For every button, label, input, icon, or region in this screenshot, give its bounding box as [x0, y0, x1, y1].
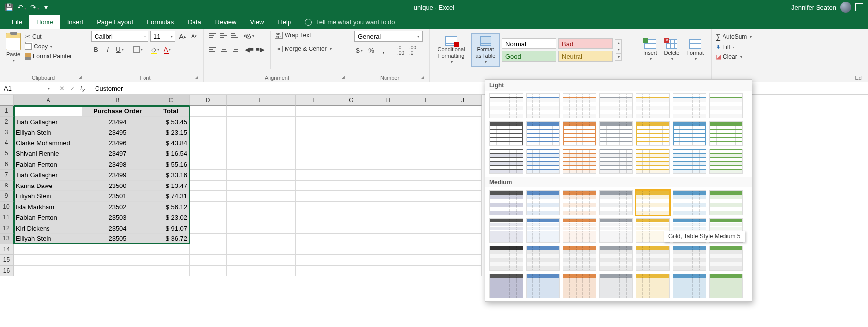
cell-C10[interactable]: $ 56.12	[152, 202, 190, 213]
cell-G3[interactable]	[333, 127, 370, 138]
cell-E15[interactable]	[227, 255, 296, 266]
cell-H15[interactable]	[370, 255, 407, 266]
cell-C7[interactable]: $ 33.16	[152, 170, 190, 181]
style-good[interactable]: Good	[502, 51, 556, 62]
cell-B4[interactable]: 23496	[83, 138, 152, 149]
table-style-option[interactable]	[526, 246, 560, 271]
cell-G12[interactable]	[333, 223, 370, 234]
cell-A11[interactable]: Fabian Fenton	[14, 212, 83, 223]
cell-J9[interactable]	[444, 191, 482, 202]
cut-button[interactable]: ✂Cut	[25, 32, 72, 41]
enter-formula-icon[interactable]: ✓	[70, 85, 75, 92]
row-header-8[interactable]: 8	[0, 181, 14, 191]
cell-J3[interactable]	[444, 127, 482, 138]
table-style-gallery[interactable]: Light Medium Gold, Table Style Medium 5	[485, 79, 752, 302]
number-launcher-icon[interactable]: ◢	[419, 75, 425, 81]
style-neutral[interactable]: Neutral	[558, 51, 613, 62]
table-style-option[interactable]	[526, 93, 560, 118]
cell-A5[interactable]: Shivani Rennie	[14, 148, 83, 159]
cell-G6[interactable]	[333, 159, 370, 170]
row-header-15[interactable]: 15	[0, 255, 14, 266]
cell-E9[interactable]	[227, 191, 296, 202]
table-style-option[interactable]	[599, 121, 633, 146]
table-style-option[interactable]	[526, 190, 560, 215]
cell-D16[interactable]	[190, 266, 227, 277]
tab-formulas[interactable]: Formulas	[140, 15, 181, 29]
row-header-6[interactable]: 6	[0, 159, 14, 170]
cell-B12[interactable]: 23504	[83, 223, 152, 234]
table-style-option[interactable]	[599, 274, 633, 298]
cell-D6[interactable]	[190, 159, 227, 170]
table-style-option[interactable]	[599, 149, 633, 174]
table-style-option[interactable]	[489, 274, 523, 298]
cell-J4[interactable]	[444, 138, 482, 149]
insert-button[interactable]: +Insert▾	[641, 37, 659, 63]
table-style-option[interactable]	[599, 218, 633, 243]
cell-H9[interactable]	[370, 191, 407, 202]
table-style-option[interactable]	[636, 149, 670, 174]
cell-G10[interactable]	[333, 202, 370, 213]
increase-decimal-icon[interactable]: .0.00	[396, 46, 406, 55]
cell-A9[interactable]: Eiliyah Stein	[14, 191, 83, 202]
cell-A13[interactable]: Eiliyah Stein	[14, 234, 83, 244]
table-style-option[interactable]	[673, 149, 706, 174]
cell-B8[interactable]: 23500	[83, 181, 152, 191]
table-style-option[interactable]	[489, 93, 523, 118]
row-header-7[interactable]: 7	[0, 170, 14, 181]
cell-I7[interactable]	[407, 170, 444, 181]
cell-F11[interactable]	[296, 212, 333, 223]
row-header-5[interactable]: 5	[0, 148, 14, 159]
cell-G14[interactable]	[333, 244, 370, 255]
cell-H5[interactable]	[370, 148, 407, 159]
cell-I12[interactable]	[407, 223, 444, 234]
table-style-option[interactable]	[636, 121, 670, 146]
table-style-option[interactable]	[673, 121, 706, 146]
col-header-H[interactable]: H	[370, 95, 407, 106]
cell-B7[interactable]: 23499	[83, 170, 152, 181]
cell-J12[interactable]	[444, 223, 482, 234]
cell-C1[interactable]: Total	[152, 106, 190, 117]
font-name-select[interactable]: Calibri▾	[91, 31, 148, 42]
italic-button[interactable]: I	[103, 45, 113, 54]
cell-C15[interactable]	[152, 255, 190, 266]
cell-E11[interactable]	[227, 212, 296, 223]
cell-A16[interactable]	[14, 266, 83, 277]
col-header-A[interactable]: A	[14, 95, 83, 106]
cell-A6[interactable]: Fabian Fenton	[14, 159, 83, 170]
cell-E6[interactable]	[227, 159, 296, 170]
wrap-text-button[interactable]: abc↵Wrap Text	[275, 31, 332, 40]
cell-F6[interactable]	[296, 159, 333, 170]
tab-view[interactable]: View	[243, 15, 271, 29]
tab-file[interactable]: File	[5, 15, 29, 29]
cell-B5[interactable]: 23497	[83, 148, 152, 159]
autosum-button[interactable]: ∑AutoSum▾	[716, 32, 864, 42]
row-header-12[interactable]: 12	[0, 223, 14, 234]
cell-B15[interactable]	[83, 255, 152, 266]
row-header-9[interactable]: 9	[0, 191, 14, 202]
cell-D1[interactable]	[190, 106, 227, 117]
tab-insert[interactable]: Insert	[60, 15, 91, 29]
conditional-formatting-button[interactable]: Conditional Formatting▾	[434, 34, 469, 66]
user-name[interactable]: Jennifer Seaton	[791, 4, 836, 11]
percent-button[interactable]: %	[366, 46, 376, 55]
cell-G11[interactable]	[333, 212, 370, 223]
cell-I11[interactable]	[407, 212, 444, 223]
cell-D7[interactable]	[190, 170, 227, 181]
table-style-option[interactable]	[709, 121, 743, 146]
table-style-option[interactable]	[673, 190, 706, 215]
table-style-option[interactable]	[636, 93, 670, 118]
cell-E7[interactable]	[227, 170, 296, 181]
cell-G15[interactable]	[333, 255, 370, 266]
cell-I1[interactable]	[407, 106, 444, 117]
cell-C12[interactable]: $ 91.07	[152, 223, 190, 234]
cell-D8[interactable]	[190, 181, 227, 191]
table-style-option[interactable]	[709, 149, 743, 174]
delete-button[interactable]: ×Delete▾	[662, 37, 682, 63]
cell-D4[interactable]	[190, 138, 227, 149]
cell-D3[interactable]	[190, 127, 227, 138]
cell-E10[interactable]	[227, 202, 296, 213]
table-style-option[interactable]	[563, 93, 596, 118]
tab-home[interactable]: Home	[29, 15, 60, 29]
cell-F9[interactable]	[296, 191, 333, 202]
bold-button[interactable]: B	[91, 45, 101, 54]
